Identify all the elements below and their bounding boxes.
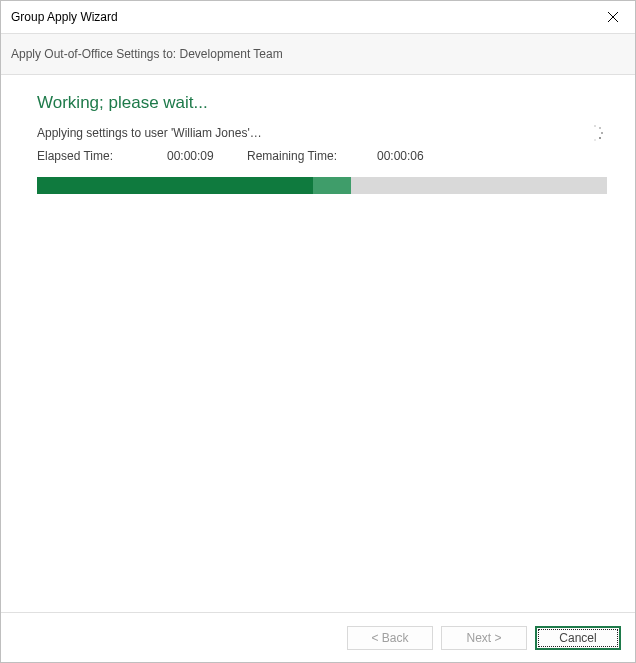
back-button[interactable]: < Back (347, 626, 433, 650)
titlebar: Group Apply Wizard (1, 1, 635, 33)
footer: < Back Next > Cancel (1, 612, 635, 662)
remaining-value: 00:00:06 (377, 149, 424, 163)
remaining-label: Remaining Time: (247, 149, 377, 163)
content-area: Working; please wait... Applying setting… (1, 75, 635, 612)
progress-glow (313, 177, 351, 194)
progress-bar (37, 177, 607, 194)
close-icon (608, 12, 618, 22)
elapsed-label: Elapsed Time: (37, 149, 167, 163)
wizard-window: Group Apply Wizard Apply Out-of-Office S… (0, 0, 636, 663)
spinner-icon (587, 125, 603, 141)
time-row: Elapsed Time: 00:00:09 Remaining Time: 0… (37, 149, 607, 163)
status-row: Applying settings to user 'William Jones… (37, 125, 607, 141)
elapsed-value: 00:00:09 (167, 149, 247, 163)
next-button[interactable]: Next > (441, 626, 527, 650)
page-heading: Working; please wait... (37, 93, 607, 113)
subheader-text: Apply Out-of-Office Settings to: Develop… (11, 47, 283, 61)
window-title: Group Apply Wizard (11, 10, 118, 24)
close-button[interactable] (590, 2, 635, 32)
status-text: Applying settings to user 'William Jones… (37, 126, 262, 140)
cancel-button[interactable]: Cancel (535, 626, 621, 650)
subheader: Apply Out-of-Office Settings to: Develop… (1, 33, 635, 75)
progress-fill (37, 177, 351, 194)
